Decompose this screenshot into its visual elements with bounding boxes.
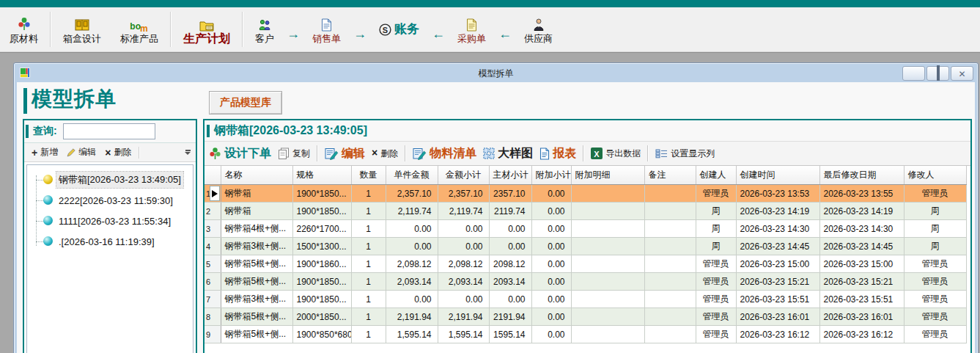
product-model-library-button[interactable]: 产品模型库 <box>209 91 282 114</box>
table-cell[interactable] <box>571 308 644 326</box>
table-row[interactable]: 6钢带箱5根+侧...1900*1850...12,093.142,093.14… <box>205 273 966 291</box>
toolbar-item-customer[interactable]: 客户 <box>246 7 284 51</box>
export-data-button[interactable]: X导出数据 <box>591 148 641 160</box>
table-cell[interactable]: 1500*1300... <box>292 238 351 255</box>
table-cell[interactable]: 钢带箱4根+侧... <box>221 220 292 238</box>
column-header[interactable]: 附加明细 <box>571 166 644 185</box>
table-cell[interactable]: 1 <box>351 308 386 326</box>
table-cell[interactable]: 管理员 <box>696 308 736 326</box>
table-cell[interactable]: 管理员 <box>696 255 736 273</box>
table-cell[interactable]: 0.00 <box>531 255 571 273</box>
table-cell[interactable]: 2026-03-23 14:30 <box>736 220 819 238</box>
table-cell[interactable]: 2026-03-23 15:51 <box>736 291 819 308</box>
table-cell[interactable]: 1 <box>351 273 386 291</box>
table-cell[interactable]: 0.00 <box>489 291 531 308</box>
row-selector[interactable]: 8 <box>205 308 221 326</box>
toolbar-item-supplier[interactable]: 供应商 <box>515 7 562 51</box>
row-selector[interactable]: 4 <box>205 238 221 255</box>
column-header[interactable]: 最后修改日期 <box>819 166 904 185</box>
table-cell[interactable]: 1900*1860... <box>292 255 351 273</box>
table-cell[interactable]: 2098.12 <box>489 255 531 273</box>
table-cell[interactable]: 2,093.14 <box>438 273 489 291</box>
table-cell[interactable]: 周 <box>904 220 966 238</box>
table-cell[interactable]: 管理员 <box>904 326 966 343</box>
table-cell[interactable]: 0.00 <box>386 220 438 238</box>
table-cell[interactable] <box>644 255 696 273</box>
table-cell[interactable]: 2026-03-23 13:55 <box>819 185 904 203</box>
table-cell[interactable]: 2026-03-23 14:19 <box>736 203 819 220</box>
table-cell[interactable]: 钢带箱5根+侧... <box>221 255 292 273</box>
table-cell[interactable]: 管理员 <box>904 185 966 203</box>
table-cell[interactable]: 0.00 <box>531 291 571 308</box>
table-cell[interactable]: 1900*850*680 <box>292 326 351 343</box>
column-header[interactable]: 创建人 <box>696 166 736 185</box>
report-button[interactable]: 报表 <box>539 146 576 161</box>
table-cell[interactable]: 2,093.14 <box>386 273 438 291</box>
toolbar-item-purchase-order[interactable]: 采购单 <box>448 7 495 51</box>
table-cell[interactable] <box>571 238 644 255</box>
table-cell[interactable]: 管理员 <box>696 185 736 203</box>
row-selector[interactable]: 1 <box>205 185 221 203</box>
table-row[interactable]: 2钢带箱1900*1850...12,119.742,119.742119.74… <box>205 203 966 220</box>
table-cell[interactable]: 2026-03-23 15:51 <box>819 291 904 308</box>
table-cell[interactable]: 周 <box>696 220 736 238</box>
table-cell[interactable]: 2,098.12 <box>438 255 489 273</box>
table-cell[interactable]: 2026-03-23 16:12 <box>819 326 904 343</box>
toolbar-item-box-design[interactable]: 箱盒设计 <box>54 7 111 51</box>
table-row[interactable]: 5钢带箱5根+侧...1900*1860...12,098.122,098.12… <box>205 255 966 273</box>
table-cell[interactable]: 1 <box>351 185 386 203</box>
table-cell[interactable]: 钢带箱5根+侧... <box>221 273 292 291</box>
tree-item[interactable]: 钢带箱[2026-03-23 13:49:05] <box>27 170 193 190</box>
toolbar-item-sales-order[interactable]: 销售单 <box>303 7 350 51</box>
table-cell[interactable]: 1 <box>351 203 386 220</box>
table-cell[interactable]: 2119.74 <box>489 203 531 220</box>
table-cell[interactable]: 2026-03-23 15:21 <box>819 273 904 291</box>
set-columns-button[interactable]: 设置显示列 <box>655 148 715 160</box>
table-cell[interactable]: 2026-03-23 14:19 <box>819 203 904 220</box>
table-cell[interactable]: 2,119.74 <box>438 203 489 220</box>
table-cell[interactable]: 2,119.74 <box>386 203 438 220</box>
column-header[interactable]: 备注 <box>644 166 696 185</box>
table-cell[interactable]: 钢带箱5根+侧... <box>221 308 292 326</box>
edit-button[interactable]: 编辑 <box>325 146 365 161</box>
table-row[interactable]: 4钢带箱3根+侧...1500*1300...10.000.000.000.00… <box>205 238 966 255</box>
table-cell[interactable] <box>644 273 696 291</box>
column-header[interactable]: 名称 <box>221 166 292 185</box>
table-cell[interactable]: 0.00 <box>386 291 438 308</box>
table-cell[interactable]: 2357.10 <box>489 185 531 203</box>
table-cell[interactable]: 2,357.10 <box>386 185 438 203</box>
table-cell[interactable]: 管理员 <box>904 273 966 291</box>
table-cell[interactable]: 1 <box>351 238 386 255</box>
table-cell[interactable]: 0.00 <box>531 220 571 238</box>
table-cell[interactable] <box>571 326 644 343</box>
table-cell[interactable]: 0.00 <box>531 273 571 291</box>
table-cell[interactable]: 1 <box>351 326 386 343</box>
table-cell[interactable]: 2093.14 <box>489 273 531 291</box>
copy-button[interactable]: 复制 <box>278 148 310 160</box>
bom-list-button[interactable]: 物料清单 <box>413 146 476 161</box>
table-cell[interactable]: 0.00 <box>531 326 571 343</box>
column-header[interactable]: 主材小计 <box>489 166 531 185</box>
table-cell[interactable]: 周 <box>696 203 736 220</box>
table-cell[interactable]: 钢带箱 <box>221 203 292 220</box>
column-header[interactable]: 创建时间 <box>736 166 819 185</box>
table-cell[interactable]: 2026-03-23 16:01 <box>736 308 819 326</box>
table-cell[interactable]: 0.00 <box>386 238 438 255</box>
query-input[interactable] <box>63 123 155 139</box>
table-cell[interactable] <box>644 326 696 343</box>
table-cell[interactable] <box>644 291 696 308</box>
table-cell[interactable]: 1900*1850... <box>292 203 351 220</box>
table-cell[interactable]: 钢带箱5根+侧... <box>221 326 292 343</box>
window-titlebar[interactable]: 模型拆单 ✕ <box>14 63 978 82</box>
table-cell[interactable]: 周 <box>904 238 966 255</box>
tree-delete-button[interactable]: × 删除 <box>101 145 135 160</box>
table-cell[interactable]: 2,098.12 <box>386 255 438 273</box>
close-button[interactable]: ✕ <box>951 66 973 81</box>
table-cell[interactable]: 2026-03-23 16:01 <box>819 308 904 326</box>
table-cell[interactable]: 1 <box>351 220 386 238</box>
row-selector[interactable]: 9 <box>205 326 221 343</box>
toolbar-item-materials[interactable]: 原材料 <box>0 7 48 51</box>
tree-item[interactable]: .[2026-03-16 11:19:39] <box>27 231 193 252</box>
table-cell[interactable]: 2026-03-23 16:12 <box>736 326 819 343</box>
column-header[interactable]: 金额小计 <box>438 166 489 185</box>
